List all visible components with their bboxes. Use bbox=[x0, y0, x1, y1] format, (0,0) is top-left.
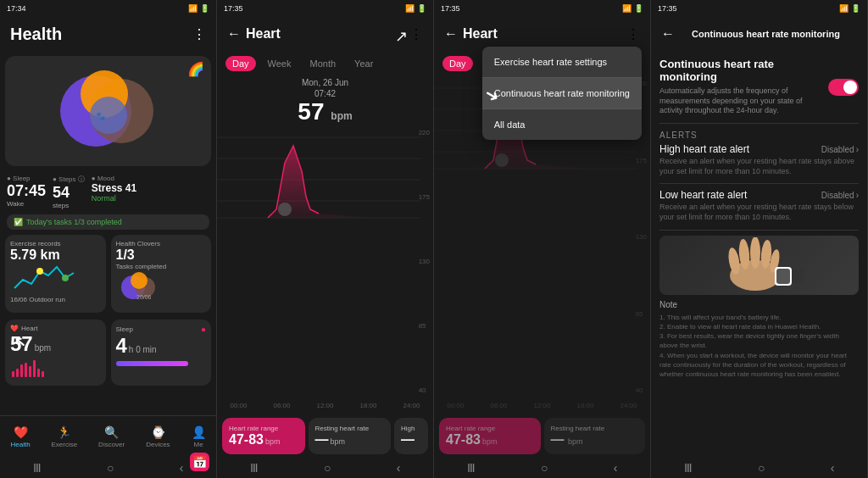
sys-nav-back-2[interactable]: Ⅲ bbox=[250, 461, 259, 475]
sys-nav-recent-4[interactable]: ‹ bbox=[831, 461, 835, 475]
tab-week-1[interactable]: Week bbox=[261, 56, 298, 71]
heart-date-1: Mon, 26 Jun bbox=[217, 76, 433, 89]
svg-rect-13 bbox=[20, 364, 23, 377]
sys-nav-back-1[interactable]: Ⅲ bbox=[33, 461, 42, 475]
status-time-1: 17:34 bbox=[7, 4, 26, 13]
heart-chart-1: 220 175 130 85 40 00:00 06:00 12:00 18:0… bbox=[217, 129, 433, 411]
steps-dot: ● Steps ⓘ bbox=[53, 175, 85, 184]
hr-cards-2: Heart rate range 47-83 bpm Resting heart… bbox=[434, 414, 650, 458]
continuous-back-btn[interactable]: ← bbox=[661, 26, 675, 42]
bottom-nav-1: ❤️ Health 🏃 Exercise 🔍 Discover ⌚ Device… bbox=[0, 415, 216, 458]
health-clovers-card[interactable]: Health Clovers 1/3 Tasks completed 26/06 bbox=[111, 235, 212, 313]
nav-exercise[interactable]: 🏃 Exercise bbox=[52, 425, 78, 448]
nav-discover[interactable]: 🔍 Discover bbox=[98, 425, 125, 448]
setting-main-desc: Automatically adjusts the frequency of m… bbox=[659, 86, 828, 116]
note-item-2: 2. Enable to view all heart rate data in… bbox=[659, 322, 859, 331]
tab-day-1[interactable]: Day bbox=[225, 56, 256, 71]
heart-bpm-1: 57 bpm bbox=[217, 98, 433, 125]
heart-mini-card[interactable]: ❤️ Heart 57 bpm bbox=[5, 320, 106, 386]
health-header: Health ⋮ bbox=[0, 17, 216, 51]
svg-point-5 bbox=[36, 268, 43, 275]
tab-day-2[interactable]: Day bbox=[442, 56, 473, 71]
clovers-svg: 26/06 bbox=[116, 270, 167, 304]
chevron-right-high: › bbox=[856, 145, 859, 154]
stats-row: ● Sleep 07:45 Wake ● Steps ⓘ 54 steps ● … bbox=[0, 171, 216, 213]
status-icons-3: 📶 🔋 bbox=[622, 4, 643, 13]
low-alert-status[interactable]: Disabled › bbox=[821, 191, 859, 200]
chart-x-labels-1: 00:00 06:00 12:00 18:00 24:00 bbox=[217, 402, 433, 409]
note-section: Note 1. This will affect your band's bat… bbox=[659, 300, 859, 379]
heart-chart-svg-1 bbox=[217, 129, 420, 226]
steps-sub: steps bbox=[53, 202, 85, 209]
sys-nav-home-1[interactable]: ○ bbox=[107, 461, 114, 475]
high-alert-row: High heart rate alert Disabled › Receive… bbox=[659, 143, 859, 176]
bottom-cards: ❤️ Heart 57 bpm bbox=[0, 316, 216, 389]
back-arrow-2: ← bbox=[444, 26, 458, 42]
sys-nav-recent-2[interactable]: ‹ bbox=[397, 461, 401, 475]
me-nav-icon: 👤 bbox=[192, 425, 206, 439]
svg-rect-15 bbox=[29, 366, 31, 377]
sleep-bar bbox=[116, 361, 188, 366]
status-bar-2: 17:35 📶 🔋 bbox=[217, 0, 433, 17]
heart1-title: Heart bbox=[246, 26, 281, 42]
sys-nav-home-4[interactable]: ○ bbox=[758, 461, 765, 475]
toggle-knob bbox=[843, 81, 857, 94]
clovers-sub: Tasks completed bbox=[116, 263, 207, 270]
high-label-1: High bbox=[401, 425, 421, 432]
panel-continuous: 17:35 📶 🔋 ← Continuous heart rate monito… bbox=[651, 0, 868, 478]
heart-mini-chart bbox=[10, 356, 95, 377]
nav-health[interactable]: ❤️ Health bbox=[10, 425, 30, 448]
chevron-right-low: › bbox=[856, 191, 859, 200]
tab-year-1[interactable]: Year bbox=[348, 56, 380, 71]
resting-label-2: Resting heart rate bbox=[551, 425, 639, 432]
resting-reading-1: — bpm bbox=[315, 432, 385, 447]
rainbow-icon: 🌈 bbox=[187, 61, 204, 77]
sys-nav-4: Ⅲ ○ ‹ bbox=[651, 458, 867, 478]
sys-nav-recent-1[interactable]: ‹ bbox=[180, 461, 184, 475]
health-menu-icon[interactable]: ⋮ bbox=[192, 26, 206, 42]
status-icons-4: 📶 🔋 bbox=[839, 4, 860, 13]
sys-nav-recent-3[interactable]: ‹ bbox=[614, 461, 618, 475]
sleep-value: 07:45 bbox=[7, 182, 46, 200]
sleep-unit: h 0 min bbox=[129, 345, 157, 354]
nav-exercise-label: Exercise bbox=[52, 441, 78, 448]
status-bar-3: 17:35 📶 🔋 bbox=[434, 0, 650, 17]
heart2-title: Heart bbox=[463, 26, 498, 42]
tab-month-1[interactable]: Month bbox=[303, 56, 342, 71]
exercise-card[interactable]: Exercise records 5.79 km 16/06 Outdoor r… bbox=[5, 235, 106, 313]
heart-bpm-unit: bpm bbox=[35, 343, 51, 353]
nav-me[interactable]: 👤 Me bbox=[192, 425, 206, 448]
svg-text:26/06: 26/06 bbox=[136, 294, 152, 300]
exercise-label: Exercise records bbox=[10, 240, 101, 247]
sys-nav-home-3[interactable]: ○ bbox=[541, 461, 548, 475]
status-time-2: 17:35 bbox=[224, 4, 243, 13]
clovers-label: Health Clovers bbox=[116, 240, 207, 247]
exercise-value: 5.79 km bbox=[10, 247, 101, 263]
high-alert-title-row: High heart rate alert Disabled › bbox=[659, 143, 859, 155]
heart1-back-btn[interactable]: ← Heart bbox=[227, 26, 281, 42]
setting-text: Continuous heart rate monitoring Automat… bbox=[659, 58, 828, 116]
sleep-mini-card[interactable]: Sleep ● 4 h 0 min 📅 bbox=[111, 320, 212, 386]
heart1-content: Day Week Month Year Mon, 26 Jun 07:42 57… bbox=[217, 51, 433, 458]
sys-nav-home-2[interactable]: ○ bbox=[324, 461, 331, 475]
high-hr-card-1: High — bbox=[394, 418, 428, 454]
hr-range-value-1: 47-83 bbox=[229, 432, 264, 447]
heart2-back-btn[interactable]: ← Heart bbox=[444, 26, 498, 42]
sys-nav-back-3[interactable]: Ⅲ bbox=[467, 461, 476, 475]
heart2-menu-icon[interactable]: ⋮ bbox=[626, 26, 640, 42]
dropdown-all-data[interactable]: All data bbox=[482, 109, 642, 140]
high-value-1: — bbox=[401, 432, 415, 447]
main-setting-row: Continuous heart rate monitoring Automat… bbox=[659, 58, 859, 116]
high-alert-status[interactable]: Disabled › bbox=[821, 145, 859, 154]
nav-devices[interactable]: ⌚ Devices bbox=[146, 425, 170, 448]
sys-nav-back-4[interactable]: Ⅲ bbox=[684, 461, 693, 475]
setting-main-title: Continuous heart rate monitoring bbox=[659, 58, 828, 83]
dropdown-exercise-settings[interactable]: Exercise heart rate settings bbox=[482, 47, 642, 78]
continuous-toggle[interactable] bbox=[828, 79, 859, 96]
hr-range-unit-2: bpm bbox=[482, 437, 498, 446]
resting-label-1: Resting heart rate bbox=[315, 425, 385, 432]
steps-stat: ● Steps ⓘ 54 steps bbox=[53, 175, 85, 209]
heart1-menu-icon[interactable]: ⋮ bbox=[409, 26, 423, 42]
dropdown-continuous-monitoring[interactable]: Continuous heart rate monitoring bbox=[482, 78, 642, 109]
hr-range-reading-1: 47-83 bpm bbox=[229, 432, 298, 447]
